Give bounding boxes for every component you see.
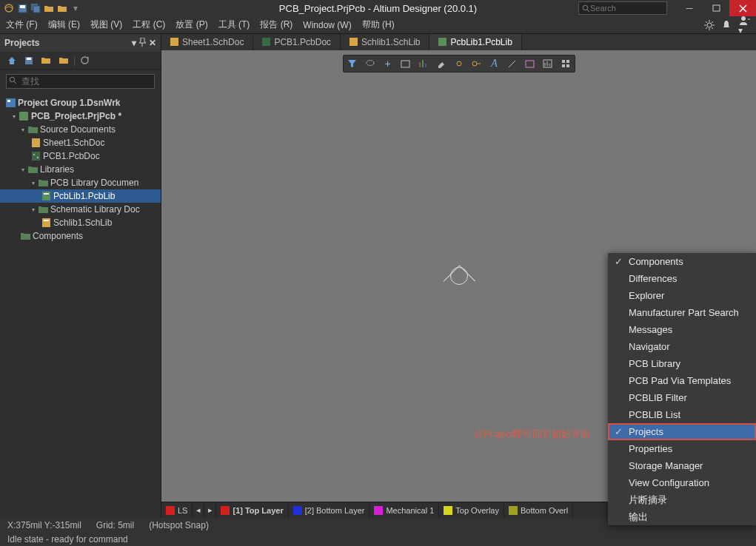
panel-title: Projects [4,38,39,48]
cm-pcblib[interactable]: PCB Library [608,355,756,372]
cm-messages[interactable]: Messages [608,321,756,338]
search-input[interactable] [590,4,657,13]
layer-bottom[interactable]: [2] Bottom Layer [289,502,370,518]
menu-edit[interactable]: 编辑 (E) [48,18,80,31]
tab-schlib1[interactable]: Schlib1.SchLib [341,34,429,50]
tab-sheet1[interactable]: Sheet1.SchDoc [161,34,253,50]
cm-pcbpad[interactable]: PCB Pad Via Templates [608,372,756,389]
folder2-icon[interactable] [56,2,68,14]
gear-small-icon[interactable] [450,55,468,72]
grid-icon[interactable] [557,55,575,72]
tree-pcblib-folder[interactable]: ▾PCB Library Documen [0,176,161,189]
svg-point-29 [37,157,39,158]
tree-source-documents[interactable]: ▾Source Documents [0,123,161,136]
cm-explorer[interactable]: Explorer [608,287,756,304]
layer-topoverlay[interactable]: Top Overlay [439,502,504,518]
svg-rect-30 [42,192,50,200]
swatch-red [221,506,230,515]
save-icon[interactable] [16,2,28,14]
panel-close-icon[interactable]: ✕ [149,38,156,48]
pin-icon[interactable] [139,38,146,48]
cm-components[interactable]: ✓Components [608,253,756,270]
tab-pcb1[interactable]: PCB1.PcbDoc [253,34,341,50]
caret-down-icon[interactable]: ▾ [19,166,27,173]
tree-sheet1[interactable]: Sheet1.SchDoc [0,136,161,149]
key-icon[interactable] [468,55,486,72]
minimize-button[interactable]: ─ [676,0,703,16]
panel-dropdown-icon[interactable]: ▾ [132,38,136,48]
folder-icon [27,126,39,133]
menu-project[interactable]: 工程 (C) [133,18,165,31]
chevron-down-icon[interactable]: ▾ [70,2,81,14]
plus-icon[interactable]: + [379,55,397,72]
layer-next[interactable]: ▸ [204,502,216,518]
tree-pcb1[interactable]: PCB1.PcbDoc [0,149,161,163]
cm-storage[interactable]: Storage Manager [608,457,756,474]
save-all-icon[interactable] [30,2,41,14]
panel-search-input[interactable] [6,74,155,89]
cm-shuchu[interactable]: 输出 [608,508,756,525]
cm-properties[interactable]: Properties [608,440,756,457]
layer-bottomoverlay[interactable]: Bottom Overl [504,502,573,518]
filter-icon[interactable] [344,55,361,72]
svg-rect-24 [7,100,10,102]
user-icon[interactable]: ▾ [738,15,750,36]
caret-down-icon[interactable]: ▾ [10,113,18,120]
menu-view[interactable]: 视图 (V) [90,18,122,31]
eraser-icon[interactable] [432,55,450,72]
lasso-icon[interactable] [361,55,379,72]
cm-pianduan[interactable]: 片断摘录 [608,491,756,508]
tree-libraries[interactable]: ▾Libraries [0,163,161,176]
menu-reports[interactable]: 报告 (R) [260,18,292,31]
svg-point-17 [741,16,746,21]
svg-rect-26 [32,138,40,147]
menu-tools[interactable]: 工具 (T) [218,18,250,31]
gear-icon[interactable] [704,20,715,30]
tree-project-group[interactable]: Project Group 1.DsnWrk [0,96,161,109]
cm-navigator[interactable]: Navigator [608,338,756,355]
tree-pcblib1[interactable]: PcbLib1.PcbLib [0,189,161,203]
cm-projects[interactable]: ✓Projects [608,423,756,440]
cm-pcbliblist[interactable]: PCBLIB List [608,406,756,423]
cm-viewconf[interactable]: View Configuration [608,474,756,491]
layer-mech1[interactable]: Mechanical 1 [369,502,439,518]
text-icon[interactable]: A [486,55,504,72]
swatch-magenta [374,506,383,515]
menu-file[interactable]: 文件 (F) [6,18,38,31]
refresh-icon[interactable] [80,55,90,65]
open-folder-icon[interactable] [43,2,55,14]
global-search[interactable] [578,1,667,15]
layer-top[interactable]: [1] Top Layer [216,502,288,518]
panel-search [6,74,155,89]
caret-down-icon[interactable]: ▾ [19,127,27,133]
tree-schlib1[interactable]: Schlib1.SchLib [0,216,161,229]
bell-icon[interactable] [722,20,731,30]
save-panel-icon[interactable] [24,56,33,65]
folder-panel-icon[interactable] [41,56,51,64]
home-icon[interactable] [7,56,17,65]
line-icon[interactable] [504,55,521,72]
tree-project[interactable]: ▾PCB_Project.PrjPcb * [0,109,161,123]
caret-down-icon[interactable]: ▾ [30,206,37,213]
pcblib-icon [438,38,447,47]
rectangle-icon[interactable] [397,55,415,72]
tab-pcblib1[interactable]: PcbLib1.PcbLib [429,34,521,50]
menu-help[interactable]: 帮助 (H) [362,18,395,31]
align-icon[interactable] [415,55,432,72]
cm-mps[interactable]: Manufacturer Part Search [608,304,756,321]
chart-icon[interactable] [539,55,557,72]
status-coords: X:375mil Y:-315mil [7,520,81,530]
tree-components[interactable]: Components [0,229,161,243]
layer-prev[interactable]: ◂ [193,502,204,518]
tree-schlib-folder[interactable]: ▾Schematic Library Doc [0,203,161,216]
swatch-blue [293,506,302,515]
folder-panel2-icon[interactable] [58,56,69,64]
rect2-icon[interactable] [521,55,539,72]
menu-place[interactable]: 放置 (P) [175,18,207,31]
caret-down-icon[interactable]: ▾ [30,180,37,186]
menu-window[interactable]: Window (W) [303,20,351,30]
titlebar: ▾ PCB_Project.PrjPcb - Altium Designer (… [0,0,756,16]
layer-ls[interactable]: LS [161,502,193,518]
cm-pcblibfilter[interactable]: PCBLIB Filter [608,389,756,406]
cm-differences[interactable]: Differences [608,270,756,287]
